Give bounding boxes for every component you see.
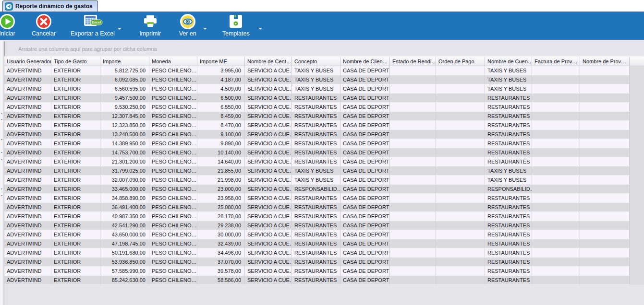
cell-cuenta[interactable]: RESTAURANTES xyxy=(485,239,532,248)
cell-proveedor[interactable] xyxy=(580,194,630,203)
cell-usuario[interactable]: ADVERTMIND xyxy=(4,185,51,194)
cell-moneda[interactable]: PESO CHILENO… xyxy=(149,130,197,139)
cell-importe_me[interactable]: 9.890,00 xyxy=(197,139,245,148)
cell-cliente[interactable]: CASA DE DEPORTE xyxy=(340,84,390,94)
cell-importe[interactable]: 85.242.630,00 xyxy=(100,276,149,285)
cell-usuario[interactable]: ADVERTMIND xyxy=(4,121,51,130)
cell-importe[interactable]: 21.301.200,00 xyxy=(100,157,149,166)
cell-tipo[interactable]: EXTERIOR xyxy=(51,94,100,103)
group-by-panel[interactable]: Arrastre una columna aquí para agrupar p… xyxy=(4,41,644,57)
cell-moneda[interactable]: PESO CHILENO… xyxy=(149,239,197,248)
cell-factura[interactable] xyxy=(532,194,580,203)
cell-tipo[interactable]: EXTERIOR xyxy=(51,248,100,258)
cell-concepto[interactable]: RESTAURANTES xyxy=(292,121,340,130)
cell-importe_me[interactable]: 9.100,00 xyxy=(197,130,245,139)
table-row[interactable]: ADVERTMINDEXTERIOR33.465.000,00PESO CHIL… xyxy=(4,185,644,194)
cell-importe_me[interactable]: 4.187,00 xyxy=(197,75,245,84)
cell-cliente[interactable]: CASA DE DEPORTE xyxy=(340,166,390,176)
cell-moneda[interactable]: PESO CHILENO… xyxy=(149,157,197,166)
cell-importe_me[interactable]: 21.998,00 xyxy=(197,176,245,185)
cell-usuario[interactable]: ADVERTMIND xyxy=(4,157,51,166)
cell-concepto[interactable]: TAXIS Y BUSES xyxy=(292,176,340,185)
cell-proveedor[interactable] xyxy=(580,230,630,239)
cell-importe[interactable]: 34.858.890,00 xyxy=(100,194,149,203)
cell-estado[interactable] xyxy=(390,94,436,103)
cell-orden[interactable] xyxy=(436,194,485,203)
cell-cliente[interactable]: CASA DE DEPORTE xyxy=(340,103,390,112)
cell-tipo[interactable]: EXTERIOR xyxy=(51,139,100,148)
cell-usuario[interactable]: ADVERTMIND xyxy=(4,267,51,276)
cell-centro[interactable]: SERVICIO A CUE… xyxy=(245,239,292,248)
cell-factura[interactable] xyxy=(532,221,580,230)
cell-centro[interactable]: SERVICIO A CUE… xyxy=(245,176,292,185)
cell-usuario[interactable]: ADVERTMIND xyxy=(4,130,51,139)
cell-proveedor[interactable] xyxy=(580,130,630,139)
cell-importe_me[interactable]: 37.070,00 xyxy=(197,258,245,267)
cell-orden[interactable] xyxy=(436,239,485,248)
table-row[interactable]: ADVERTMINDEXTERIOR85.242.630,00PESO CHIL… xyxy=(4,276,644,285)
cell-centro[interactable]: SERVICIO A CUE… xyxy=(245,267,292,276)
cell-estado[interactable] xyxy=(390,258,436,267)
cell-estado[interactable] xyxy=(390,130,436,139)
cell-tipo[interactable]: EXTERIOR xyxy=(51,112,100,121)
cell-tipo[interactable]: EXTERIOR xyxy=(51,194,100,203)
cell-moneda[interactable]: PESO CHILENO… xyxy=(149,276,197,285)
table-row[interactable]: ADVERTMINDEXTERIOR42.541.290,00PESO CHIL… xyxy=(4,221,644,230)
cell-centro[interactable]: SERVICIO A CUE… xyxy=(245,212,292,221)
cell-proveedor[interactable] xyxy=(580,103,630,112)
cell-importe_me[interactable]: 10.140,00 xyxy=(197,148,245,157)
cell-cuenta[interactable]: TAXIS Y BUSES xyxy=(485,176,532,185)
cell-proveedor[interactable] xyxy=(580,157,630,166)
cell-centro[interactable]: SERVICIO A CUE… xyxy=(245,112,292,121)
cell-orden[interactable] xyxy=(436,230,485,239)
cell-cliente[interactable]: CASA DE DEPORTE xyxy=(340,148,390,157)
cell-concepto[interactable]: RESTAURANTES xyxy=(292,248,340,258)
header-importe_me[interactable]: Importe ME xyxy=(197,57,245,66)
cell-importe_me[interactable]: 23.958,00 xyxy=(197,194,245,203)
cell-moneda[interactable]: PESO CHILENO… xyxy=(149,176,197,185)
cell-estado[interactable] xyxy=(390,176,436,185)
cell-tipo[interactable]: EXTERIOR xyxy=(51,157,100,166)
cell-cuenta[interactable]: RESTAURANTES xyxy=(485,276,532,285)
cell-cliente[interactable]: CASA DE DEPORTE xyxy=(340,139,390,148)
cell-cliente[interactable]: CASA DE DEPORTE xyxy=(340,66,390,75)
cell-cliente[interactable]: CASA DE DEPORTE xyxy=(340,239,390,248)
cell-tipo[interactable]: EXTERIOR xyxy=(51,258,100,267)
cell-centro[interactable]: SERVICIO A CUE… xyxy=(245,75,292,84)
cell-factura[interactable] xyxy=(532,239,580,248)
cell-importe_me[interactable]: 58.586,00 xyxy=(197,276,245,285)
cell-proveedor[interactable] xyxy=(580,139,630,148)
table-row[interactable]: ADVERTMINDEXTERIOR47.198.745,00PESO CHIL… xyxy=(4,239,644,248)
cell-cuenta[interactable]: RESTAURANTES xyxy=(485,230,532,239)
cell-estado[interactable] xyxy=(390,157,436,166)
cell-importe_me[interactable]: 28.170,00 xyxy=(197,212,245,221)
cell-cliente[interactable]: CASA DE DEPORTE xyxy=(340,194,390,203)
exportar-excel-dropdown-icon[interactable] xyxy=(118,28,122,30)
cell-cuenta[interactable]: RESTAURANTES xyxy=(485,130,532,139)
cell-usuario[interactable]: ADVERTMIND xyxy=(4,276,51,285)
cell-concepto[interactable]: RESTAURANTES xyxy=(292,194,340,203)
cell-cuenta[interactable]: RESTAURANTES xyxy=(485,267,532,276)
cell-usuario[interactable]: ADVERTMIND xyxy=(4,66,51,75)
cell-moneda[interactable]: PESO CHILENO… xyxy=(149,121,197,130)
cell-moneda[interactable]: PESO CHILENO… xyxy=(149,267,197,276)
cell-cliente[interactable]: CASA DE DEPORTE xyxy=(340,121,390,130)
cell-proveedor[interactable] xyxy=(580,239,630,248)
cell-concepto[interactable]: RESPONSABILID… xyxy=(292,185,340,194)
cell-centro[interactable]: SERVICIO A CUE… xyxy=(245,276,292,285)
cell-usuario[interactable]: ADVERTMIND xyxy=(4,258,51,267)
cell-cliente[interactable]: CASA DE DEPORTE xyxy=(340,75,390,84)
cell-factura[interactable] xyxy=(532,203,580,212)
cell-importe[interactable]: 14.389.950,00 xyxy=(100,139,149,148)
cell-importe[interactable]: 57.585.990,00 xyxy=(100,267,149,276)
cell-factura[interactable] xyxy=(532,166,580,176)
table-row[interactable]: ADVERTMINDEXTERIOR21.301.200,00PESO CHIL… xyxy=(4,157,644,166)
cell-concepto[interactable]: RESTAURANTES xyxy=(292,239,340,248)
cell-usuario[interactable]: ADVERTMIND xyxy=(4,194,51,203)
cell-importe_me[interactable]: 23.000,00 xyxy=(197,185,245,194)
cell-factura[interactable] xyxy=(532,185,580,194)
cell-usuario[interactable]: ADVERTMIND xyxy=(4,112,51,121)
table-row[interactable]: ADVERTMINDEXTERIOR5.812.725,00PESO CHILE… xyxy=(4,66,644,75)
cell-factura[interactable] xyxy=(532,66,580,75)
cell-centro[interactable]: SERVICIO A CUE… xyxy=(245,185,292,194)
